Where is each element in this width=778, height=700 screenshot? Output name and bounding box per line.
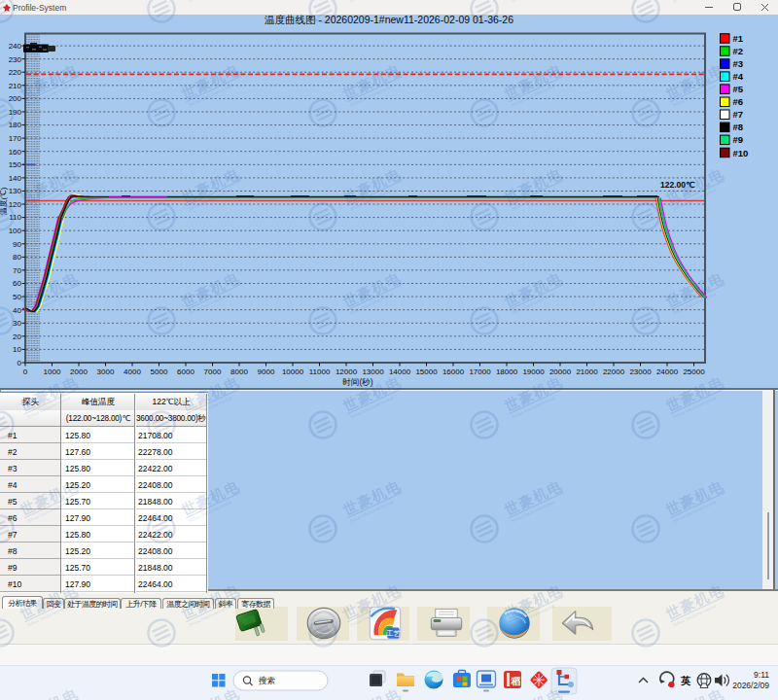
svg-text:#7: #7 bbox=[733, 109, 744, 120]
svg-text:160: 160 bbox=[9, 148, 22, 157]
svg-text:60: 60 bbox=[13, 279, 21, 288]
svg-text:4000: 4000 bbox=[124, 368, 141, 376]
svg-text:2000: 2000 bbox=[70, 368, 88, 376]
svg-text:6000: 6000 bbox=[177, 368, 194, 376]
svg-text:2026/2/09: 2026/2/09 bbox=[732, 681, 769, 690]
svg-text:13000: 13000 bbox=[362, 368, 384, 376]
svg-text:英: 英 bbox=[680, 675, 691, 686]
svg-text:10: 10 bbox=[13, 345, 21, 354]
svg-text:100: 100 bbox=[9, 227, 22, 235]
svg-text:22000: 22000 bbox=[603, 368, 625, 376]
svg-text:210: 210 bbox=[9, 82, 22, 90]
svg-text:9:11: 9:11 bbox=[754, 670, 769, 680]
svg-text:3000: 3000 bbox=[97, 368, 115, 376]
svg-text:#1: #1 bbox=[733, 33, 744, 44]
svg-text:130: 130 bbox=[9, 187, 22, 195]
svg-text:40: 40 bbox=[13, 306, 21, 315]
svg-text:11000: 11000 bbox=[309, 368, 331, 376]
svg-text:20: 20 bbox=[13, 332, 21, 341]
svg-text:7000: 7000 bbox=[204, 368, 222, 376]
svg-text:70: 70 bbox=[13, 266, 21, 275]
svg-text:17000: 17000 bbox=[469, 368, 491, 376]
svg-text:30: 30 bbox=[13, 319, 21, 328]
svg-text:50: 50 bbox=[13, 293, 21, 301]
svg-text:0: 0 bbox=[18, 359, 22, 368]
svg-text:220: 220 bbox=[9, 68, 22, 77]
svg-text:#10: #10 bbox=[733, 148, 749, 158]
svg-text:#6: #6 bbox=[733, 96, 744, 107]
svg-text:21000: 21000 bbox=[576, 368, 598, 376]
svg-text:110: 110 bbox=[9, 213, 21, 222]
svg-text:10000: 10000 bbox=[282, 368, 304, 376]
svg-text:#3: #3 bbox=[733, 58, 744, 69]
svg-text:140: 140 bbox=[9, 174, 22, 183]
svg-text:搜索: 搜索 bbox=[258, 676, 275, 685]
svg-text:5000: 5000 bbox=[151, 368, 168, 376]
svg-text:12000: 12000 bbox=[336, 368, 358, 376]
svg-text:0: 0 bbox=[23, 368, 28, 376]
svg-text:9000: 9000 bbox=[258, 368, 275, 376]
svg-text:#5: #5 bbox=[733, 84, 744, 94]
svg-text:122.00℃: 122.00℃ bbox=[660, 180, 695, 190]
svg-text:时间(秒): 时间(秒) bbox=[342, 377, 372, 387]
svg-text:#9: #9 bbox=[733, 134, 744, 145]
svg-text:90: 90 bbox=[13, 240, 21, 249]
svg-text:190: 190 bbox=[9, 108, 22, 117]
svg-text:230: 230 bbox=[9, 55, 22, 64]
svg-text:20000: 20000 bbox=[549, 368, 572, 376]
svg-text:#4: #4 bbox=[733, 71, 744, 82]
svg-text:170: 170 bbox=[9, 134, 22, 143]
svg-text:温度曲线图 - 20260209-1#new11-2026-: 温度曲线图 - 20260209-1#new11-2026-02-09 01-3… bbox=[265, 14, 513, 25]
svg-text:240: 240 bbox=[9, 42, 22, 51]
svg-text:18000: 18000 bbox=[496, 368, 518, 376]
svg-text:15000: 15000 bbox=[415, 368, 438, 376]
svg-text:稻: 稻 bbox=[511, 676, 521, 686]
svg-text:19000: 19000 bbox=[522, 368, 545, 376]
svg-text:24000: 24000 bbox=[656, 368, 679, 376]
svg-text:180: 180 bbox=[9, 121, 22, 129]
svg-text:80: 80 bbox=[13, 253, 21, 262]
svg-text:25000: 25000 bbox=[683, 368, 705, 376]
svg-text:工艺: 工艺 bbox=[386, 629, 401, 638]
svg-text:23000: 23000 bbox=[629, 368, 652, 376]
svg-text:1000: 1000 bbox=[44, 368, 61, 376]
svg-text:120: 120 bbox=[9, 200, 22, 209]
svg-text:200: 200 bbox=[9, 94, 22, 103]
svg-text:16000: 16000 bbox=[442, 368, 465, 376]
svg-text:#8: #8 bbox=[733, 122, 744, 132]
svg-text:8000: 8000 bbox=[230, 368, 248, 376]
svg-text:14000: 14000 bbox=[389, 368, 411, 376]
svg-text:#2: #2 bbox=[733, 46, 744, 56]
svg-text:温度(℃): 温度(℃) bbox=[0, 187, 8, 215]
svg-text:150: 150 bbox=[9, 160, 22, 169]
